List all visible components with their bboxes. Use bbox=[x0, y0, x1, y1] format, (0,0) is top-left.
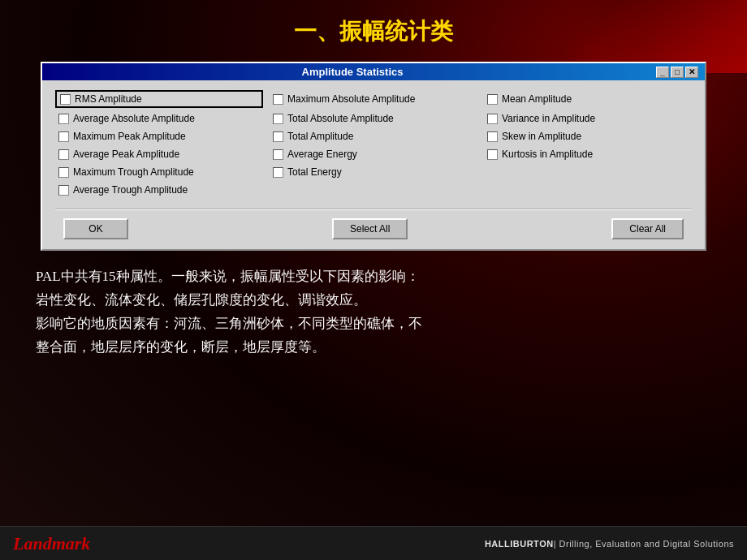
dialog-title: Amplitude Statistics bbox=[49, 66, 656, 78]
dialog-buttons-row: OK Select All Clear All bbox=[55, 218, 692, 239]
checkbox-avg-abs-amplitude[interactable]: Average Absolute Amplitude bbox=[55, 111, 263, 126]
checkbox-box-max-abs[interactable] bbox=[273, 94, 283, 105]
checkbox-skew-amplitude[interactable]: Skew in Amplitude bbox=[484, 129, 692, 144]
checkbox-label-total-abs: Total Absolute Amplitude bbox=[287, 113, 394, 124]
checkbox-box-skew[interactable] bbox=[487, 131, 498, 142]
clear-all-button[interactable]: Clear All bbox=[611, 218, 684, 239]
checkbox-total-amplitude[interactable]: Total Amplitude bbox=[270, 129, 477, 144]
checkbox-avg-trough-amplitude[interactable]: Average Trough Amplitude bbox=[55, 183, 263, 197]
checkbox-box-avg-peak[interactable] bbox=[58, 149, 69, 160]
checkbox-label-rms: RMS Amplitude bbox=[75, 93, 142, 105]
halliburton-tagline: HALLIBURTON| Drilling, Evaluation and Di… bbox=[485, 539, 734, 549]
checkbox-grid: RMS Amplitude Maximum Absolute Amplitude… bbox=[55, 90, 692, 197]
checkbox-label-skew: Skew in Amplitude bbox=[502, 131, 581, 142]
checkbox-max-peak-amplitude[interactable]: Maximum Peak Amplitude bbox=[55, 129, 263, 144]
checkbox-kurtosis-amplitude[interactable]: Kurtosis in Amplitude bbox=[484, 147, 692, 162]
checkbox-total-energy[interactable]: Total Energy bbox=[270, 165, 477, 179]
checkbox-label-avg-energy: Average Energy bbox=[287, 149, 357, 160]
minimize-button[interactable]: _ bbox=[656, 67, 669, 78]
checkbox-box-avg-trough[interactable] bbox=[58, 185, 69, 196]
body-line-3: 影响它的地质因素有：河流、三角洲砂体，不同类型的礁体，不 bbox=[36, 312, 711, 336]
body-line-2: 岩性变化、流体变化、储层孔隙度的变化、调谐效应。 bbox=[36, 289, 711, 312]
checkbox-box-kurtosis[interactable] bbox=[487, 149, 498, 160]
dialog-body: RMS Amplitude Maximum Absolute Amplitude… bbox=[42, 80, 705, 249]
checkbox-box-rms[interactable] bbox=[60, 94, 71, 105]
landmark-logo: Landmark bbox=[13, 533, 90, 554]
checkbox-label-max-peak: Maximum Peak Amplitude bbox=[73, 131, 186, 142]
checkbox-max-abs-amplitude[interactable]: Maximum Absolute Amplitude bbox=[270, 90, 477, 108]
checkbox-label-total-energy: Total Energy bbox=[287, 166, 342, 178]
checkbox-box-total-abs[interactable] bbox=[273, 114, 283, 124]
checkbox-box-total-energy[interactable] bbox=[273, 167, 283, 178]
checkbox-label-avg-trough: Average Trough Amplitude bbox=[73, 184, 188, 196]
checkbox-label-avg-peak: Average Peak Amplitude bbox=[73, 149, 179, 160]
checkbox-box-max-peak[interactable] bbox=[58, 131, 69, 142]
checkbox-box-avg-energy[interactable] bbox=[273, 149, 283, 160]
checkbox-avg-peak-amplitude[interactable]: Average Peak Amplitude bbox=[55, 147, 263, 162]
dialog-window-controls: _ □ ✕ bbox=[656, 67, 698, 78]
checkbox-label-kurtosis: Kurtosis in Amplitude bbox=[502, 149, 593, 160]
checkbox-label-mean: Mean Amplitude bbox=[502, 93, 572, 105]
checkbox-box-total-amp[interactable] bbox=[273, 131, 283, 142]
checkbox-label-avg-abs: Average Absolute Amplitude bbox=[73, 113, 195, 124]
checkbox-box-avg-abs[interactable] bbox=[58, 114, 69, 124]
select-all-button[interactable]: Select All bbox=[332, 218, 408, 239]
dialog-titlebar: Amplitude Statistics _ □ ✕ bbox=[42, 63, 705, 80]
close-button[interactable]: ✕ bbox=[685, 67, 698, 78]
checkbox-label-total-amp: Total Amplitude bbox=[287, 131, 353, 142]
amplitude-statistics-dialog: Amplitude Statistics _ □ ✕ RMS Amplitude… bbox=[41, 62, 706, 251]
body-line-1: PAL中共有15种属性。一般来说，振幅属性受以下因素的影响： bbox=[36, 265, 711, 289]
checkbox-placeholder bbox=[484, 165, 692, 179]
checkbox-label-max-abs: Maximum Absolute Amplitude bbox=[287, 93, 415, 105]
halliburton-tagline-text: | Drilling, Evaluation and Digital Solut… bbox=[554, 539, 734, 549]
checkbox-rms-amplitude[interactable]: RMS Amplitude bbox=[55, 90, 263, 108]
checkbox-label-max-trough: Maximum Trough Amplitude bbox=[73, 166, 194, 178]
body-text: PAL中共有15种属性。一般来说，振幅属性受以下因素的影响： 岩性变化、流体变化… bbox=[32, 265, 715, 360]
ok-button[interactable]: OK bbox=[63, 218, 128, 239]
checkbox-box-mean[interactable] bbox=[487, 94, 498, 105]
checkbox-avg-energy[interactable]: Average Energy bbox=[270, 147, 477, 162]
dialog-divider bbox=[55, 209, 692, 210]
maximize-button[interactable]: □ bbox=[671, 67, 684, 78]
page-title: 一、振幅统计类 bbox=[32, 16, 715, 47]
bottom-bar: Landmark HALLIBURTON| Drilling, Evaluati… bbox=[0, 526, 747, 560]
body-line-4: 整合面，地层层序的变化，断层，地层厚度等。 bbox=[36, 336, 711, 360]
checkbox-total-abs-amplitude[interactable]: Total Absolute Amplitude bbox=[270, 111, 477, 126]
checkbox-variance-amplitude[interactable]: Variance in Amplitude bbox=[484, 111, 692, 126]
halliburton-brand: HALLIBURTON bbox=[485, 539, 554, 549]
checkbox-box-max-trough[interactable] bbox=[58, 167, 69, 178]
checkbox-max-trough-amplitude[interactable]: Maximum Trough Amplitude bbox=[55, 165, 263, 179]
checkbox-mean-amplitude[interactable]: Mean Amplitude bbox=[484, 90, 692, 108]
checkbox-box-variance[interactable] bbox=[487, 114, 498, 124]
checkbox-label-variance: Variance in Amplitude bbox=[502, 113, 595, 124]
